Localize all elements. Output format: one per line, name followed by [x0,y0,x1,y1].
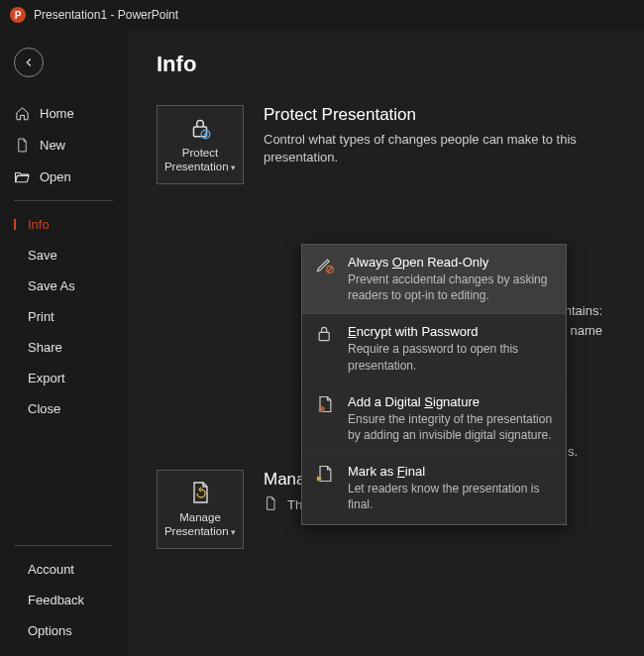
menu-desc-2: Ensure the integrity of the presentation… [348,411,554,443]
nav-divider-1 [14,200,113,201]
protect-dropdown: Always Open Read-Only Prevent accidental… [301,244,567,525]
menu-desc-0: Prevent accidental changes by asking rea… [348,272,554,303]
powerpoint-icon: P [10,7,26,23]
nav-account[interactable]: Account [0,554,127,585]
protect-button-label: Protect Presentation [158,147,243,174]
menu-always-open-read-only[interactable]: Always Open Read-Only Prevent accidental… [302,245,566,314]
arrow-left-icon [22,55,36,69]
menu-desc-1: Require a password to open this presenta… [348,341,554,373]
nav-home[interactable]: Home [0,97,127,129]
protect-section: Protect Presentation Protect Presentatio… [157,105,614,184]
backstage-sidebar: Home New Open Info Save Save As Print Sh… [0,30,127,656]
nav-divider-2 [14,545,113,546]
doc-recover-icon [188,480,212,507]
svg-rect-3 [319,333,329,341]
home-icon [14,105,30,121]
nav-share[interactable]: Share [0,332,127,363]
nav-save-as[interactable]: Save As [0,271,127,301]
manage-presentation-button[interactable]: Manage Presentation [157,470,244,549]
manage-button-label: Manage Presentation [158,511,243,539]
nav-new[interactable]: New [0,129,127,161]
menu-encrypt-with-password[interactable]: Encrypt with Password Require a password… [302,314,566,383]
nav-save[interactable]: Save [0,240,127,271]
signature-icon [314,394,336,416]
open-icon [14,168,30,184]
nav-home-label: Home [40,106,74,121]
nav-export[interactable]: Export [0,363,127,393]
menu-add-digital-signature[interactable]: Add a Digital Signature Ensure the integ… [302,384,566,454]
protect-presentation-button[interactable]: Protect Presentation [157,105,244,184]
nav-feedback[interactable]: Feedback [0,585,127,615]
nav-options[interactable]: Options [0,615,127,646]
content-area: Info Protect Presentation Protect Presen… [127,30,644,656]
page-title: Info [157,52,614,77]
menu-desc-3: Let readers know the presentation is fin… [348,481,554,512]
nav-print[interactable]: Print [0,301,127,332]
lock-key-icon [314,324,336,346]
new-icon [14,137,30,153]
back-button[interactable] [14,48,44,77]
nav-close[interactable]: Close [0,393,127,424]
menu-title-0: Always Open Read-Only [348,255,554,270]
history-fragment: s. [568,444,578,459]
nav-open[interactable]: Open [0,161,127,192]
nav-open-label: Open [40,169,71,184]
doc-small-icon [264,495,277,514]
menu-title-3: Mark as Final [348,464,554,479]
menu-title-1: Encrypt with Password [348,324,554,339]
menu-mark-as-final[interactable]: Mark as Final Let readers know the prese… [302,454,566,523]
pencil-prohibit-icon [314,255,336,276]
nav-info[interactable]: Info [0,209,127,240]
nav-new-label: New [40,138,65,153]
window-title: Presentation1 - PowerPoint [34,8,178,22]
titlebar: P Presentation1 - PowerPoint [0,0,644,30]
lock-icon [187,115,213,143]
protect-desc: Control what types of changes people can… [264,131,614,166]
protect-heading: Protect Presentation [264,105,614,125]
menu-title-2: Add a Digital Signature [348,394,554,409]
final-doc-icon [314,464,336,486]
